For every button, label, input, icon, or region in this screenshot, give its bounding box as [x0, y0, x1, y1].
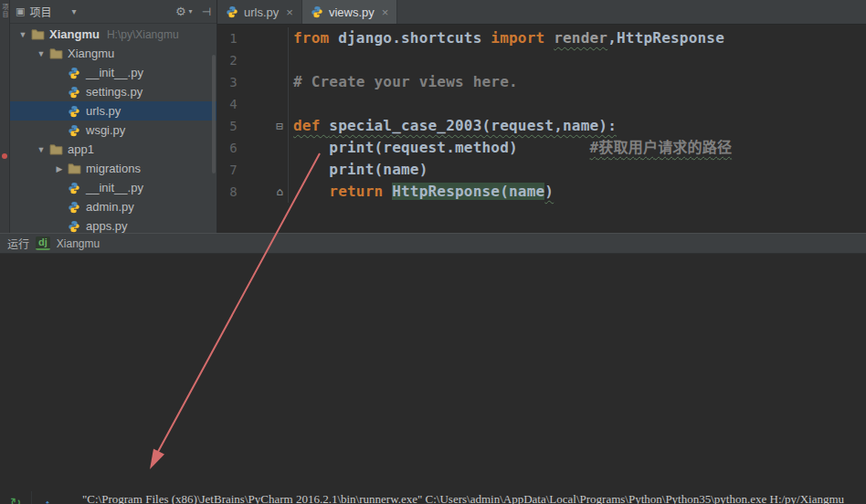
hide-panel-icon[interactable]: ⊣ [202, 5, 211, 18]
code-line-8[interactable]: 8⌂ return HttpResponse(name) [217, 181, 866, 203]
collapsed-arrow-icon[interactable]: ▶ [52, 164, 67, 173]
tree-item-label: app1 [68, 142, 94, 156]
stripe-label: 项目 [0, 4, 9, 18]
tree-item-migrations[interactable]: ▶migrations [10, 159, 216, 178]
python-file-icon [67, 124, 81, 137]
folder-icon [30, 28, 45, 41]
project-panel-header: ▣ 项目 ▾ ⚙ ▾ ⊣ [10, 0, 216, 24]
run-panel-header: 运行 dj Xiangmu [0, 234, 866, 254]
run-toolbar-main: ↻■‖▤➤×? [3, 491, 32, 504]
folder-icon [48, 143, 63, 156]
tree-item-xiangmu[interactable]: ▼XiangmuH:\py\Xiangmu [10, 25, 216, 44]
gear-icon[interactable]: ⚙ [175, 5, 186, 18]
line-number: 2 [217, 49, 238, 71]
code-text: # Create your views here. [291, 71, 518, 93]
editor-area: urls.py×views.py× 1from django.shortcuts… [217, 0, 866, 233]
tree-item-wsgi-py[interactable]: wsgi.py [10, 121, 216, 140]
line-number: 8 [217, 181, 238, 203]
project-icon: ▣ [16, 5, 25, 17]
tree-item-admin-py[interactable]: admin.py [10, 197, 216, 216]
code-text [291, 93, 302, 115]
rerun-icon[interactable]: ↻ [4, 491, 27, 504]
fold-end-icon[interactable]: ⌂ [238, 181, 289, 203]
tree-scrollbar[interactable] [212, 55, 216, 173]
tree-item-label: wsgi.py [86, 123, 125, 137]
tree-item-app1[interactable]: ▼app1 [10, 140, 216, 159]
code-line-2[interactable]: 2 [217, 49, 866, 71]
tab-urls-py[interactable]: urls.py× [217, 0, 302, 24]
python-file-icon [67, 86, 81, 99]
tool-window-stripe[interactable]: 项目 [0, 0, 10, 233]
expanded-arrow-icon[interactable]: ▼ [16, 30, 30, 39]
python-file-icon [311, 5, 323, 18]
tab-views-py[interactable]: views.py× [302, 0, 397, 24]
python-file-icon [226, 5, 238, 18]
code-line-1[interactable]: 1from django.shortcuts import render,Htt… [217, 27, 866, 49]
line-number: 5 [217, 115, 238, 137]
stripe-red-dot [2, 153, 7, 159]
project-tree: ▼XiangmuH:\py\Xiangmu▼Xiangmu__init__.py… [10, 25, 216, 233]
code-line-3[interactable]: 3# Create your views here. [217, 71, 866, 93]
close-tab-icon[interactable]: × [286, 5, 293, 19]
code-line-6[interactable]: 6 print(request.method) #获取用户请求的路径 [217, 137, 866, 159]
up-stack-trace-icon[interactable]: ↑ [36, 491, 59, 504]
close-tab-icon[interactable]: × [382, 5, 389, 19]
folder-icon [48, 47, 63, 60]
expanded-arrow-icon[interactable]: ▼ [34, 49, 48, 58]
console-toolbar: ↑↓⇆↧▦▥ [35, 491, 60, 504]
code-editor[interactable]: 1from django.shortcuts import render,Htt… [217, 25, 866, 233]
tree-item-label: settings.py [86, 85, 143, 99]
python-file-icon [67, 220, 81, 233]
tree-item-apps-py[interactable]: apps.py [10, 216, 216, 233]
tree-item-settings-py[interactable]: settings.py [10, 82, 216, 101]
python-file-icon [67, 67, 81, 79]
line-number: 3 [217, 71, 238, 93]
tree-item-label: __init__.py [86, 66, 143, 79]
code-text [291, 49, 302, 71]
code-line-7[interactable]: 7 print(name) [217, 159, 866, 181]
code-line-5[interactable]: 5⊟def special_case_2003(request,name): [217, 115, 866, 137]
tree-item-label: __init__.py [86, 181, 143, 194]
python-file-icon [67, 105, 81, 118]
gutter [238, 49, 289, 71]
django-icon: dj [36, 236, 50, 250]
run-panel-title[interactable]: 运行 [7, 236, 29, 251]
project-panel-title[interactable]: 项目 [29, 4, 51, 19]
tree-item-label: migrations [86, 162, 141, 175]
line-number: 1 [217, 27, 238, 49]
gutter [238, 93, 289, 115]
line-number: 7 [217, 159, 238, 181]
gutter [238, 137, 289, 159]
fold-open-icon[interactable]: ⊟ [238, 115, 289, 137]
code-line-4[interactable]: 4 [217, 93, 866, 115]
tree-item--init-py[interactable]: __init__.py [10, 63, 216, 82]
console-output[interactable]: "C:\Program Files (x86)\JetBrains\PyChar… [82, 487, 866, 504]
project-path: H:\py\Xiangmu [107, 28, 179, 41]
line-number: 6 [217, 137, 238, 159]
code-text: def special_case_2003(request,name): [291, 115, 617, 137]
line-number: 4 [217, 93, 238, 115]
python-file-icon [67, 182, 81, 194]
tree-item-label: Xiangmu [49, 27, 100, 41]
code-text: print(request.method) #获取用户请求的路径 [291, 137, 732, 159]
tree-item-label: apps.py [86, 219, 128, 233]
tree-item-xiangmu[interactable]: ▼Xiangmu [10, 44, 216, 63]
project-panel: ▣ 项目 ▾ ⚙ ▾ ⊣ ▼XiangmuH:\py\Xiangmu▼Xiang… [10, 0, 217, 233]
tree-item-label: admin.py [86, 200, 134, 214]
pycharm-window: 项目 ▣ 项目 ▾ ⚙ ▾ ⊣ ▼XiangmuH:\py\Xiangmu▼Xi… [0, 0, 866, 504]
run-config-name[interactable]: Xiangmu [57, 237, 100, 250]
tree-item--init-py[interactable]: __init__.py [10, 178, 216, 197]
python-file-icon [67, 201, 81, 214]
editor-tabs: urls.py×views.py× [217, 0, 866, 25]
gutter [238, 159, 289, 181]
folder-icon [67, 163, 81, 175]
code-text: return HttpResponse(name) [291, 181, 554, 203]
run-panel: 运行 dj Xiangmu ↻■‖▤➤×? ↑↓⇆↧▦▥ "C:\Program… [0, 233, 866, 504]
tab-label: views.py [329, 5, 375, 19]
gear-caret-icon: ▾ [189, 7, 193, 16]
code-text: print(name) [291, 159, 428, 181]
gutter [238, 27, 289, 49]
project-dropdown-caret-icon[interactable]: ▾ [71, 6, 76, 16]
tree-item-urls-py[interactable]: urls.py [10, 101, 216, 121]
expanded-arrow-icon[interactable]: ▼ [34, 145, 48, 154]
